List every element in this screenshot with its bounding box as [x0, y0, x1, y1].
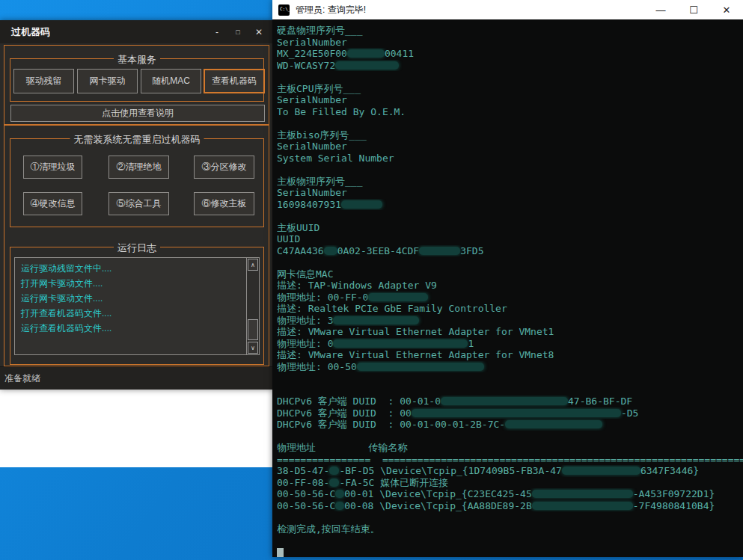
redaction-blob [419, 247, 460, 255]
status-text: 准备就绪 [4, 372, 40, 385]
console-text: UUID [277, 233, 300, 244]
console-line: 描述: Realtek PCIe GbE Family Controller [277, 303, 743, 315]
app-title: 过机器码 [11, 25, 50, 39]
button-combined-tools[interactable]: ⑤综合工具 [108, 192, 169, 215]
log-entry: 打开网卡驱动文件.... [21, 276, 242, 291]
console-text: 描述: TAP-Windows Adapter V9 [277, 280, 437, 291]
console-line: 主板物理序列号___ [277, 176, 743, 188]
console-line: 物理地址: 3 [277, 315, 743, 327]
console-line [277, 256, 743, 268]
console-line: To Be Filled By O.E.M. [277, 106, 743, 118]
button-modify-motherboard[interactable]: ⑥修改主板 [194, 192, 254, 215]
console-text: System Serial Number [277, 153, 394, 164]
redaction-blob [368, 293, 428, 301]
button-view-machine-code[interactable]: 查看机器码 [204, 69, 265, 93]
console-text: -A453F09722D1} [633, 488, 715, 499]
button-partition-modify[interactable]: ③分区修改 [194, 156, 254, 179]
console-line: 16098407931 [277, 199, 743, 211]
console-line: SerialNumber [277, 141, 743, 153]
console-line: DHCPv6 客户端 DUID : 00-01-047-B6-BF-DF [277, 396, 743, 407]
console-text: 硬盘物理序列号___ [277, 25, 362, 36]
redaction-blob [347, 49, 385, 58]
scroll-down-icon[interactable]: ∨ [248, 342, 258, 354]
console-line: ================ =======================… [277, 454, 743, 466]
minimize-button[interactable]: — [644, 0, 677, 19]
group-run-log-label: 运行日志 [114, 241, 160, 255]
close-button[interactable]: ✕ [710, 0, 743, 19]
button-driver-residue[interactable]: 驱动残留 [13, 69, 74, 93]
console-line: 主板UUID [277, 222, 743, 234]
maximize-button[interactable]: □ [227, 20, 248, 43]
console-text: -D5 [621, 407, 638, 419]
button-nic-driver[interactable]: 网卡驱动 [77, 69, 138, 93]
redaction-blob [532, 490, 633, 498]
console-body[interactable]: 硬盘物理序列号___SerialNumberMX_224E50F0000411W… [272, 19, 743, 557]
console-text: \Device\Tcpip_{AA88DE89-2B [379, 500, 532, 511]
maximize-button[interactable]: ☐ [677, 0, 710, 19]
button-random-mac[interactable]: 随机MAC [141, 69, 201, 93]
console-line: 主板CPU序列号___ [277, 83, 743, 95]
button-clean-junk[interactable]: ①清理垃圾 [23, 156, 82, 179]
app-statusbar: 准备就绪 [0, 366, 274, 390]
console-line: 描述: TAP-Windows Adapter V9 [277, 280, 743, 292]
console-line: 网卡信息MAC [277, 268, 743, 280]
console-text: 00-01 [344, 488, 379, 499]
log-scrollbar[interactable]: ∧ ∨ [246, 258, 259, 354]
console-text: 0A02-3EEB-4CDF [337, 245, 420, 256]
button-clean-pubg[interactable]: ②清理绝地 [108, 156, 169, 179]
console-text: 6347F3446} [640, 465, 699, 476]
redaction-blob [335, 61, 399, 70]
console-text: 描述: Realtek PCIe GbE Family Controller [277, 303, 507, 314]
console-line: 描述: VMware Virtual Ethernet Adapter for … [277, 349, 743, 361]
console-line: 检测完成,按回车结束。 [277, 523, 743, 535]
redaction-blob [329, 467, 339, 475]
background-window [0, 390, 275, 467]
scroll-up-icon[interactable]: ∧ [248, 259, 258, 271]
console-text: 物理地址: 00-50 [277, 361, 357, 372]
console-titlebar[interactable]: C:\_ 管理员: 查询完毕! — ☐ ✕ [272, 0, 743, 19]
button-hard-modify-info[interactable]: ④硬改信息 [23, 192, 82, 215]
console-text: 媒体已断开连接 [380, 477, 448, 488]
app-window-controls: - □ ✕ [207, 20, 269, 43]
console-line [277, 384, 743, 396]
console-text: 1 [468, 338, 474, 349]
minimize-button[interactable]: - [207, 20, 227, 43]
console-text: MX_224E50F00 [277, 48, 347, 59]
console-line [277, 117, 743, 129]
console-line [277, 164, 743, 176]
console-line: 00-50-56-C00-01 \Device\Tcpip_{C23EC425-… [277, 488, 743, 500]
console-line: SerialNumber [277, 94, 743, 106]
app-titlebar[interactable]: 过机器码 - □ ✕ [0, 20, 274, 43]
console-text: 主板物理序列号___ [277, 176, 362, 187]
console-line: DHCPv6 客户端 DUID : 00-01-00-01-2B-7C- [277, 419, 743, 431]
help-button[interactable]: 点击使用查看说明 [10, 105, 265, 122]
console-text: 00-FF-08- [277, 477, 329, 488]
console-text: C47AA436 [277, 245, 324, 256]
console-line: 00-FF-08--FA-5C 媒体已断开连接 [277, 477, 743, 489]
console-line: C47AA4360A02-3EEB-4CDF3FD5 [277, 245, 743, 257]
console-text: DHCPv6 客户端 DUID : 00-01-00-01-2B-7C- [277, 419, 505, 430]
redaction-blob [335, 502, 344, 510]
scrollbar-thumb[interactable] [248, 319, 258, 340]
console-line: System Serial Number [277, 153, 743, 164]
cmd-icon: C:\_ [278, 4, 290, 16]
redaction-blob [441, 397, 568, 405]
app-window: 过机器码 - □ ✕ 基本服务 驱动残留 网卡驱动 随机MAC 查看机器码 点击… [0, 20, 274, 390]
log-listbox: 运行驱动残留文件中.... 打开网卡驱动文件.... 运行网卡驱动文件.... … [14, 257, 260, 355]
console-text: 物理地址: 3 [277, 315, 333, 326]
console-text: SerialNumber [277, 94, 347, 105]
redaction-blob [562, 467, 640, 475]
console-line [277, 535, 743, 547]
redaction-blob [333, 316, 419, 324]
console-text: 检测完成,按回车结束。 [277, 523, 380, 535]
close-button[interactable]: ✕ [248, 20, 269, 43]
console-line: WD-WCASY72 [277, 60, 743, 72]
console-text: WD-WCASY72 [277, 60, 335, 71]
log-entry: 运行驱动残留文件中.... [21, 261, 242, 276]
console-text: 主板biso序列号___ [277, 129, 367, 141]
console-text: DHCPv6 客户端 DUID : 00-01-0 [277, 396, 441, 407]
group-run-log: 运行日志 运行驱动残留文件中.... 打开网卡驱动文件.... 运行网卡驱动文件… [10, 247, 264, 365]
console-line: 物理地址 传输名称 [277, 442, 743, 454]
log-lines: 运行驱动残留文件中.... 打开网卡驱动文件.... 运行网卡驱动文件.... … [21, 261, 242, 336]
console-text: ================ =======================… [277, 454, 743, 465]
